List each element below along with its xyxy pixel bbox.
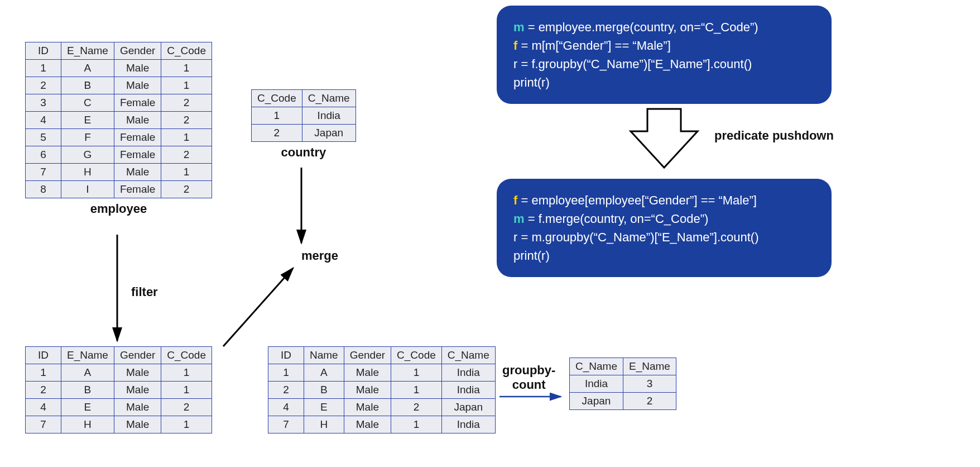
table-header: ID — [268, 347, 304, 364]
table-header: Gender — [114, 42, 161, 60]
table-row: 2BMale1 — [26, 77, 212, 94]
country-caption: country — [251, 145, 356, 160]
employee-table: IDE_NameGenderC_Code1AMale12BMale13CFema… — [25, 42, 212, 216]
code-after-line2: m = f.merge(country, on=“C_Code”) — [513, 209, 815, 228]
table-row: Japan2 — [570, 393, 676, 410]
table-header: E_Name — [623, 358, 676, 375]
table-header: ID — [26, 347, 61, 364]
code-after-line3: r = m.groupby(“C_Name”)[“E_Name”].count(… — [513, 228, 815, 246]
table-row: 4EMale2Japan — [268, 399, 496, 416]
var-m: m — [513, 20, 525, 34]
code-after-line4: print(r) — [513, 246, 815, 265]
code-after-line1: f = employee[employee[“Gender”] == “Male… — [513, 191, 815, 209]
code-before-line3: r = f.groupby(“C_Name”)[“E_Name”].count(… — [513, 55, 815, 73]
table-header: C_Code — [391, 347, 442, 364]
table-row: 1AMale1 — [26, 60, 212, 77]
code-before-line1: m = employee.merge(country, on=“C_Code”) — [513, 18, 815, 36]
code-before-line2: f = m[m[“Gender”] == “Male”] — [513, 36, 815, 55]
employee-caption: employee — [25, 202, 212, 216]
filter-label: filter — [131, 285, 158, 299]
table-row: 7HMale1 — [26, 416, 212, 433]
table-row: 1India — [252, 107, 356, 125]
code-after-box: f = employee[employee[“Gender”] == “Male… — [497, 179, 832, 277]
predicate-label: predicate pushdown — [714, 128, 834, 143]
merge-label: merge — [301, 249, 338, 263]
table-row: India3 — [570, 375, 676, 393]
table-row: 2BMale1India — [268, 382, 496, 399]
filtered-table: IDE_NameGenderC_Code1AMale12BMale14EMale… — [25, 346, 212, 433]
table-header: ID — [26, 42, 61, 60]
table-row: 4EMale2 — [26, 399, 212, 416]
country-table: C_CodeC_Name1India2Japan country — [251, 89, 356, 160]
table-header: C_Code — [161, 347, 212, 364]
merged-table: IDNameGenderC_CodeC_Name1AMale1India2BMa… — [268, 346, 496, 433]
table-header: Gender — [344, 347, 391, 364]
table-row: 1AMale1India — [268, 364, 496, 382]
table-header: C_Name — [302, 90, 356, 107]
code-before-box: m = employee.merge(country, on=“C_Code”)… — [497, 6, 832, 104]
table-row: 2BMale1 — [26, 382, 212, 399]
table-row: 4EMale2 — [26, 112, 212, 129]
table-header: C_Code — [252, 90, 302, 107]
table-row: 6GFemale2 — [26, 146, 212, 164]
table-row: 3CFemale2 — [26, 94, 212, 112]
table-row: 7HMale1 — [26, 164, 212, 181]
table-row: 7HMale1India — [268, 416, 496, 433]
table-header: Gender — [114, 347, 161, 364]
table-header: Name — [304, 347, 344, 364]
var-m: m — [513, 212, 525, 226]
code-before-line4: print(r) — [513, 73, 815, 92]
table-row: 2Japan — [252, 125, 356, 142]
groupby-label: groupby- count — [502, 363, 555, 392]
table-header: E_Name — [61, 347, 114, 364]
table-header: C_Name — [441, 347, 495, 364]
table-row: 5FFemale1 — [26, 129, 212, 146]
table-header: C_Name — [570, 358, 623, 375]
table-header: C_Code — [161, 42, 212, 60]
table-row: 1AMale1 — [26, 364, 212, 382]
svg-line-2 — [223, 268, 293, 346]
result-table: C_NameE_NameIndia3Japan2 — [569, 358, 676, 410]
pushdown-arrow-icon — [631, 109, 698, 168]
table-header: E_Name — [61, 42, 114, 60]
table-row: 8IFemale2 — [26, 181, 212, 198]
